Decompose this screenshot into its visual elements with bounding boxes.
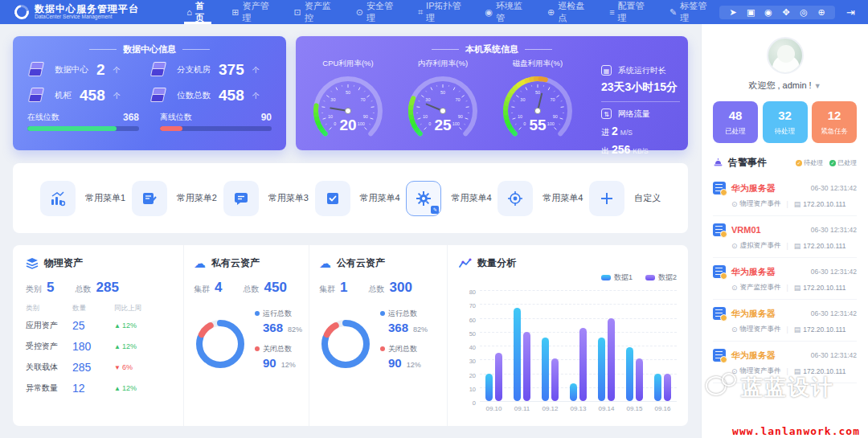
nav-item-环境监管[interactable]: ◉环境监管 xyxy=(474,0,535,24)
phys-table-header: 类别数量同比上周 xyxy=(26,304,172,315)
svg-text:70: 70 xyxy=(551,97,555,102)
legend-数据2[interactable]: 数据2 xyxy=(645,272,677,283)
user-avatar[interactable] xyxy=(767,37,804,74)
y-tick-label: 60 xyxy=(469,316,476,323)
bar-数据2-09.12[interactable] xyxy=(551,358,559,401)
bar-数据1-09.16[interactable] xyxy=(654,374,661,402)
private-cloud-donut xyxy=(194,317,247,370)
svg-text:0: 0 xyxy=(334,121,336,126)
phys-meta-总数: 总数285 xyxy=(75,280,118,296)
event-type-icon: ⊙ xyxy=(731,325,738,334)
sidebar-stat-待处理[interactable]: 32待处理 xyxy=(763,101,808,143)
asset-monitor-icon: ⊡ xyxy=(294,7,301,18)
cursor-icon[interactable]: ➤ xyxy=(726,7,740,18)
nav-item-配置管理[interactable]: ≡配置管理 xyxy=(599,0,657,24)
home-icon: ⌂ xyxy=(186,7,192,17)
bar-数据1-09.12[interactable] xyxy=(542,338,549,401)
menu-item-常用菜单4-5[interactable]: ✎常用菜单4 xyxy=(406,181,491,216)
bar-数据1-09.13[interactable] xyxy=(570,383,577,401)
ip-icon: ▤ xyxy=(794,367,801,375)
private-cloud-running: 运行总数36882% xyxy=(255,309,302,334)
gauge-内存利用率(%): 内存利用率(%)0103050709010025 xyxy=(395,57,490,157)
y-tick-label: 50 xyxy=(469,330,476,337)
alarm-item-华为服务器[interactable]: 华为服务器06-30 12:31:42⊙资产监控事件|▤172.20.10.11… xyxy=(713,258,857,300)
patrol-icon: ⊕ xyxy=(547,7,555,18)
video-icon[interactable]: ▣ xyxy=(743,7,758,18)
nav-item-巡检盘点[interactable]: ⊕巡检盘点 xyxy=(537,0,597,24)
quantity-analysis-section: 数量分析 数据1数据2 0102030405060708009.1009.110… xyxy=(447,245,688,426)
menu-item-常用菜单3-3[interactable]: 常用菜单3 xyxy=(223,181,309,216)
app-title: 数据中心服务管理平台 xyxy=(35,4,139,14)
bar-数据2-09.16[interactable] xyxy=(664,374,671,402)
svg-text:100: 100 xyxy=(452,121,460,126)
camera-icon[interactable]: ◉ xyxy=(761,7,776,18)
sidebar-stat-已处理[interactable]: 48已处理 xyxy=(713,101,758,143)
bar-chart-icon xyxy=(40,181,76,216)
svg-text:90: 90 xyxy=(553,114,558,119)
menu-item-常用菜单2-2[interactable]: 常用菜单2 xyxy=(132,181,217,216)
bar-数据1-09.11[interactable] xyxy=(514,308,521,401)
ip-icon: ▤ xyxy=(794,242,801,250)
x-tick-label: 09.10 xyxy=(485,405,502,412)
bar-数据1-09.10[interactable] xyxy=(485,374,493,402)
uptime-row: ▦ 系统运行时长 xyxy=(601,65,680,76)
svg-text:100: 100 xyxy=(547,121,555,126)
svg-text:10: 10 xyxy=(518,114,522,119)
alarm-section-title: 告警事件 xyxy=(728,156,767,170)
legend-数据1[interactable]: 数据1 xyxy=(601,272,633,283)
bar-数据2-09.11[interactable] xyxy=(523,332,530,401)
server-block-icon xyxy=(27,86,48,105)
task-check-icon xyxy=(315,181,350,216)
svg-text:50: 50 xyxy=(346,90,350,95)
nav-item-资产监控[interactable]: ⊡资产监控 xyxy=(284,0,344,24)
x-tick-label: 09.11 xyxy=(514,405,530,412)
phys-table-row: 异常数量12▲12% xyxy=(26,378,172,399)
alarm-item-华为服务器[interactable]: 华为服务器06-30 12:31:42⊙物理资产事件|▤172.20.10.11… xyxy=(713,174,857,216)
gauge-磁盘利用率(%): 磁盘利用率(%)0103050709010055 xyxy=(490,57,585,157)
menu-item-自定义-7[interactable]: 自定义 xyxy=(589,181,661,216)
message-icon xyxy=(223,181,259,216)
menu-item-常用菜单4-4[interactable]: 常用菜单4 xyxy=(315,181,400,216)
edit-icon xyxy=(132,181,167,216)
nav-item-资产管理[interactable]: ⊞资产管理 xyxy=(221,0,281,24)
alarm-item-华为服务器[interactable]: 华为服务器06-30 12:31:42⊙物理资产事件|▤172.20.10.11… xyxy=(713,342,857,383)
svg-text:10: 10 xyxy=(423,114,428,119)
alarm-list: 华为服务器06-30 12:31:42⊙物理资产事件|▤172.20.10.11… xyxy=(713,174,857,383)
config-icon: ≡ xyxy=(609,7,614,17)
eye-icon[interactable]: ◎ xyxy=(796,7,811,18)
bar-数据2-09.15[interactable] xyxy=(636,358,643,401)
welcome-text[interactable]: 欢迎您 , admin !▼ xyxy=(713,80,857,92)
public-cloud-stopped: 关闭总数9012% xyxy=(380,344,428,370)
alarm-item-华为服务器[interactable]: 华为服务器06-30 12:31:42⊙物理资产事件|▤172.20.10.11… xyxy=(713,300,857,342)
target-icon[interactable]: ⊕ xyxy=(814,7,829,18)
bar-数据1-09.14[interactable] xyxy=(598,338,605,401)
nav-item-首页[interactable]: ⌂首页 xyxy=(176,0,219,24)
bar-数据2-09.10[interactable] xyxy=(495,353,502,401)
dc-stat-位数总数: 位数总数458个 xyxy=(149,86,272,105)
svg-text:0: 0 xyxy=(523,121,526,126)
menu-item-常用菜单4-6[interactable]: 常用菜单4 xyxy=(497,181,583,216)
private-cloud-section: ☁ 私有云资产 集群4总数450 运行总数36882%关闭总数9012% xyxy=(183,245,309,426)
app-logo: 数据中心服务管理平台 DataCenter Service Management xyxy=(0,4,176,20)
right-sidebar: 欢迎您 , admin !▼ 48已处理32待处理12紧急任务 告警事件 ✓待处… xyxy=(701,24,868,438)
phys-table-row: 应用资产25▲12% xyxy=(26,315,172,336)
sidebar-stat-紧急任务[interactable]: 12紧急任务 xyxy=(812,101,857,143)
menu-item-常用菜单1-1[interactable]: 常用菜单1 xyxy=(40,181,125,216)
server-alert-icon xyxy=(713,349,726,362)
server-block-icon xyxy=(149,86,170,105)
alarm-item-VRM01[interactable]: VRM0106-30 12:31:42⊙虚拟资产事件|▤172.20.10.11… xyxy=(713,216,857,258)
nav-item-IP拓扑管理[interactable]: ⌗IP拓扑管理 xyxy=(407,0,473,24)
traffic-out: 出256KB/S xyxy=(601,143,680,157)
alarm-legend-待处理: ✓待处理 xyxy=(796,158,823,167)
fullscreen-icon[interactable]: ✥ xyxy=(779,7,793,18)
logout-icon[interactable]: ⇥ xyxy=(846,6,855,18)
plus-icon xyxy=(589,181,624,216)
quick-menu-card: 常用菜单1常用菜单2常用菜单3常用菜单4✎常用菜单4常用菜单4自定义 xyxy=(13,163,688,233)
bar-数据1-09.15[interactable] xyxy=(626,347,633,401)
nav-item-标签管理[interactable]: ✎标签管理 xyxy=(659,0,719,24)
y-tick-label: 40 xyxy=(469,344,476,351)
nav-item-安全管理[interactable]: ⊙安全管理 xyxy=(346,0,406,24)
svg-text:90: 90 xyxy=(363,114,368,119)
bar-数据2-09.13[interactable] xyxy=(579,328,587,401)
bar-数据2-09.14[interactable] xyxy=(608,318,615,402)
